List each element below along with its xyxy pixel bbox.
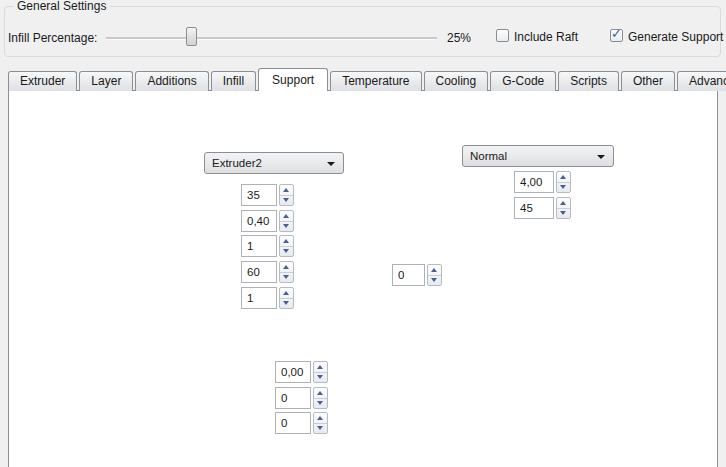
include-raft-label[interactable]: Include Raft: [514, 30, 578, 44]
spinner-up-icon[interactable]: [314, 413, 327, 424]
group-title: General Settings: [13, 0, 110, 13]
include-raft-checkbox[interactable]: ✓: [496, 29, 509, 42]
support-type-dropdown[interactable]: Normal: [462, 145, 614, 167]
upper-vertical-separation-spinner[interactable]: 0: [275, 387, 328, 409]
spinner-up-icon[interactable]: [280, 288, 293, 299]
spinner-buttons[interactable]: [279, 184, 294, 206]
spinner-down-icon[interactable]: [314, 373, 327, 383]
spinner-up-icon[interactable]: [557, 198, 570, 209]
spinner-down-icon[interactable]: [314, 399, 327, 409]
spinner-value[interactable]: 0,00: [275, 361, 311, 383]
dropdown-value: Normal: [470, 150, 507, 162]
spinner-value[interactable]: 45: [514, 197, 554, 219]
spinner-up-icon[interactable]: [280, 236, 293, 247]
print-support-every-spinner[interactable]: 1: [241, 287, 294, 309]
tab-extruder[interactable]: Extruder: [8, 71, 77, 91]
spinner-value[interactable]: 0: [392, 264, 425, 286]
settings-tabbar: Extruder Layer Additions Infill Support …: [8, 68, 726, 91]
max-overhang-angle-spinner[interactable]: 45: [514, 197, 571, 219]
infill-percentage-label: Infill Percentage:: [8, 31, 97, 45]
spinner-value[interactable]: 1: [241, 235, 277, 257]
support-infill-percentage-spinner[interactable]: 35: [241, 184, 294, 206]
spinner-down-icon[interactable]: [280, 273, 293, 283]
spinner-buttons[interactable]: [556, 171, 571, 193]
spinner-down-icon[interactable]: [280, 299, 293, 309]
spinner-up-icon[interactable]: [557, 172, 570, 183]
generate-support-checkbox[interactable]: ✓: [610, 29, 623, 42]
spinner-up-icon[interactable]: [280, 262, 293, 273]
spinner-down-icon[interactable]: [428, 276, 441, 286]
tab-advanced[interactable]: Advanced: [677, 71, 726, 91]
spinner-value[interactable]: 0: [275, 412, 311, 434]
tab-infill[interactable]: Infill: [211, 71, 256, 91]
spinner-buttons[interactable]: [313, 361, 328, 383]
infill-slider-thumb[interactable]: [186, 27, 197, 46]
dropdown-value: Extruder2: [212, 157, 262, 169]
check-icon: ✓: [611, 26, 622, 41]
spinner-value[interactable]: 1: [241, 287, 277, 309]
infill-percentage-value: 25%: [447, 31, 471, 45]
spinner-buttons[interactable]: [313, 387, 328, 409]
support-pillar-resolution-spinner[interactable]: 4,00: [514, 171, 571, 193]
spinner-down-icon[interactable]: [280, 222, 293, 232]
spinner-up-icon[interactable]: [280, 185, 293, 196]
spinner-buttons[interactable]: [279, 235, 294, 257]
horizontal-offset-spinner[interactable]: 0,00: [275, 361, 328, 383]
tab-scripts[interactable]: Scripts: [558, 71, 619, 91]
generate-support-label[interactable]: Generate Support: [628, 30, 723, 44]
spinner-up-icon[interactable]: [314, 388, 327, 399]
spinner-value[interactable]: 35: [241, 184, 277, 206]
infill-slider-track[interactable]: [106, 37, 437, 40]
tab-support[interactable]: Support: [258, 68, 328, 91]
spinner-buttons[interactable]: [279, 261, 294, 283]
dense-support-layers-spinner[interactable]: 1: [241, 235, 294, 257]
spinner-value[interactable]: 4,00: [514, 171, 554, 193]
settings-window: General Settings Infill Percentage: 25% …: [0, 0, 726, 467]
spinner-down-icon[interactable]: [280, 196, 293, 206]
tab-additions[interactable]: Additions: [135, 71, 208, 91]
tab-gcode[interactable]: G-Code: [490, 71, 556, 91]
spinner-buttons[interactable]: [556, 197, 571, 219]
spinner-value[interactable]: 0: [275, 387, 311, 409]
tab-layer[interactable]: Layer: [79, 71, 133, 91]
spinner-value[interactable]: 0,40: [241, 210, 277, 232]
spinner-down-icon[interactable]: [557, 209, 570, 219]
spinner-up-icon[interactable]: [314, 362, 327, 373]
extra-inflation-distance-spinner[interactable]: 0,40: [241, 210, 294, 232]
spinner-buttons[interactable]: [427, 264, 442, 286]
lower-vertical-separation-spinner[interactable]: 0: [275, 412, 328, 434]
spinner-value[interactable]: 60: [241, 261, 277, 283]
tab-temperature[interactable]: Temperature: [330, 71, 421, 91]
spinner-down-icon[interactable]: [280, 247, 293, 257]
spinner-down-icon[interactable]: [314, 424, 327, 434]
tab-cooling[interactable]: Cooling: [424, 71, 489, 91]
support-extruder-dropdown[interactable]: Extruder2: [204, 152, 344, 174]
chevron-down-icon: [327, 162, 335, 166]
tab-other[interactable]: Other: [621, 71, 675, 91]
dense-infill-percentage-spinner[interactable]: 60: [241, 261, 294, 283]
spinner-buttons[interactable]: [313, 412, 328, 434]
angle-spinner[interactable]: 0: [392, 264, 442, 286]
chevron-down-icon: [597, 155, 605, 159]
spinner-up-icon[interactable]: [280, 211, 293, 222]
spinner-down-icon[interactable]: [557, 183, 570, 193]
spinner-buttons[interactable]: [279, 287, 294, 309]
spinner-up-icon[interactable]: [428, 265, 441, 276]
spinner-buttons[interactable]: [279, 210, 294, 232]
